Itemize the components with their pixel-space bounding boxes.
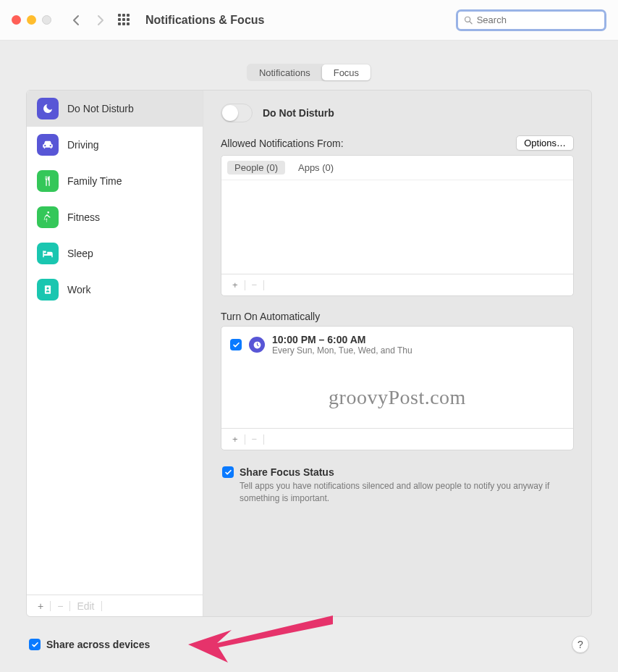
divider — [245, 280, 245, 290]
search-input[interactable] — [477, 14, 598, 25]
close-window-button[interactable] — [12, 15, 21, 25]
tab-control: Notifications Focus — [247, 64, 371, 81]
zoom-window-button[interactable] — [42, 15, 51, 25]
divider — [101, 601, 102, 611]
options-button[interactable]: Options… — [516, 135, 574, 151]
focus-detail: Do Not Disturb Allowed Notifications Fro… — [203, 91, 591, 616]
window-toolbar: Notifications & Focus — [0, 0, 618, 41]
focus-item-label: Driving — [67, 139, 99, 151]
subtab-apps[interactable]: Apps (0) — [291, 161, 341, 175]
add-allowed-button[interactable]: + — [227, 280, 243, 290]
share-devices-label: Share across devices — [46, 639, 150, 650]
focus-item-label: Work — [67, 284, 90, 295]
allowed-footer: + − — [221, 274, 573, 295]
focus-item-family-time[interactable]: Family Time — [27, 163, 203, 199]
badge-icon — [37, 279, 59, 301]
back-button[interactable] — [69, 13, 83, 28]
schedule-time: 10:00 PM – 6:00 AM — [272, 334, 412, 345]
switch-knob — [222, 105, 238, 121]
minimize-window-button[interactable] — [27, 15, 36, 25]
divider — [263, 280, 264, 290]
divider — [50, 601, 51, 611]
show-all-prefs-button[interactable] — [118, 14, 131, 27]
add-focus-button[interactable]: + — [33, 600, 48, 612]
allowed-label: Allowed Notifications From: — [221, 138, 344, 149]
svg-point-3 — [47, 287, 49, 290]
share-status-checkbox[interactable] — [222, 466, 234, 478]
schedule-days: Every Sun, Mon, Tue, Wed, and Thu — [272, 345, 412, 356]
content-area: Notifications Focus Do Not Disturb Drivi… — [0, 41, 618, 672]
forward-button[interactable] — [93, 13, 108, 28]
subtab-people[interactable]: People (0) — [227, 161, 285, 175]
divider — [263, 434, 264, 445]
focus-sidebar: Do Not Disturb Driving Family Time — [27, 91, 203, 616]
remove-schedule-button[interactable]: − — [247, 434, 263, 445]
remove-focus-button[interactable]: − — [52, 600, 68, 612]
watermark-text: groovyPost.com — [221, 363, 573, 428]
remove-allowed-button[interactable]: − — [247, 280, 263, 290]
auto-card: 10:00 PM – 6:00 AM Every Sun, Mon, Tue, … — [221, 326, 574, 450]
share-across-devices-row: Share across devices — [29, 639, 150, 650]
allowed-card: People (0) Apps (0) + − — [221, 155, 574, 296]
svg-line-1 — [470, 21, 472, 23]
schedule-text: 10:00 PM – 6:00 AM Every Sun, Mon, Tue, … — [272, 334, 412, 356]
clock-icon — [249, 337, 265, 353]
help-button[interactable]: ? — [572, 636, 589, 653]
fork-knife-icon — [37, 170, 59, 192]
svg-rect-2 — [45, 285, 51, 294]
focus-item-sleep[interactable]: Sleep — [27, 235, 203, 272]
share-devices-checkbox[interactable] — [29, 639, 41, 650]
focus-item-work[interactable]: Work — [27, 272, 203, 308]
focus-item-driving[interactable]: Driving — [27, 127, 203, 163]
auto-header: Turn On Automatically — [221, 311, 574, 322]
schedule-checkbox[interactable] — [230, 339, 242, 350]
focus-toggle-row: Do Not Disturb — [221, 104, 574, 122]
search-icon — [464, 15, 473, 25]
bottom-bar: Share across devices ? — [29, 636, 589, 653]
sidebar-footer: + − Edit — [27, 595, 203, 616]
focus-item-label: Sleep — [67, 248, 93, 259]
window-title: Notifications & Focus — [145, 14, 264, 27]
share-status-label: Share Focus Status — [240, 466, 334, 478]
moon-icon — [37, 98, 59, 119]
car-icon — [37, 134, 59, 156]
auto-footer: + − — [221, 428, 573, 450]
divider — [69, 601, 70, 611]
running-icon — [37, 206, 59, 228]
focus-list: Do Not Disturb Driving Family Time — [27, 91, 203, 595]
allowed-list — [221, 180, 573, 274]
tab-notifications[interactable]: Notifications — [247, 64, 322, 80]
tab-focus[interactable]: Focus — [322, 64, 371, 80]
toggle-label: Do Not Disturb — [263, 107, 334, 119]
traffic-lights — [12, 15, 51, 25]
share-status-desc: Tell apps you have notifications silence… — [240, 480, 572, 505]
add-schedule-button[interactable]: + — [227, 434, 243, 445]
focus-item-do-not-disturb[interactable]: Do Not Disturb — [27, 91, 203, 127]
focus-item-label: Do Not Disturb — [67, 103, 134, 114]
schedule-row[interactable]: 10:00 PM – 6:00 AM Every Sun, Mon, Tue, … — [221, 327, 573, 363]
focus-item-label: Family Time — [67, 175, 122, 187]
focus-toggle[interactable] — [221, 104, 253, 122]
search-field[interactable] — [456, 9, 606, 31]
divider — [245, 434, 245, 445]
allowed-subtabs: People (0) Apps (0) — [221, 156, 573, 180]
bed-icon — [37, 243, 59, 264]
edit-focus-button[interactable]: Edit — [72, 600, 99, 612]
focus-item-fitness[interactable]: Fitness — [27, 199, 203, 235]
main-panel: Do Not Disturb Driving Family Time — [26, 90, 592, 617]
focus-item-label: Fitness — [67, 211, 100, 223]
status-section: Share Focus Status Tell apps you have no… — [221, 465, 574, 505]
allowed-header: Allowed Notifications From: Options… — [221, 135, 574, 151]
